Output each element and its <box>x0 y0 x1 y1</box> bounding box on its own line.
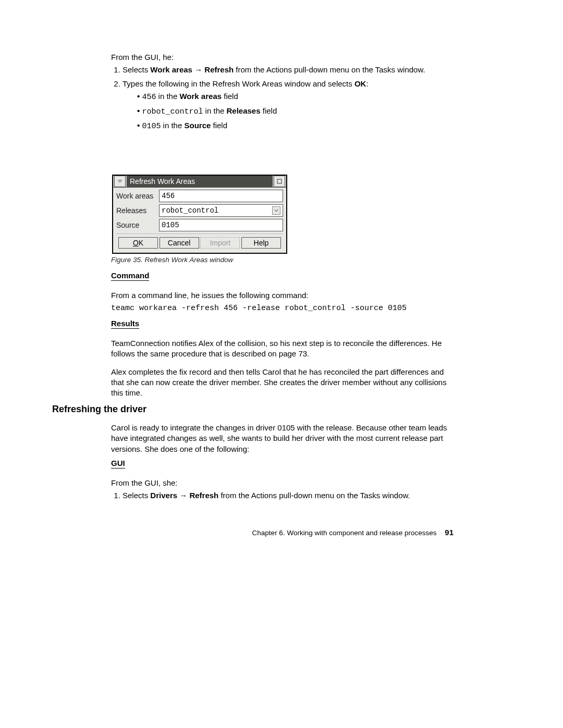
text: Selects <box>123 65 150 74</box>
bold-text: Refresh <box>204 65 234 74</box>
results-paragraph-1: TeamConnection notifies Alex of the coll… <box>111 338 450 360</box>
bold-text: Releases <box>226 106 260 115</box>
gui-section-2: GUI From the GUI, she: Selects Drivers →… <box>111 459 450 505</box>
refresh-paragraph: Carol is ready to integrate the changes … <box>111 423 450 454</box>
text: from the Actions pull-down menu on the T… <box>218 491 410 500</box>
page-footer: Chapter 6. Working with component and re… <box>0 528 454 537</box>
system-menu-button[interactable] <box>114 176 126 187</box>
dialog-titlebar: Refresh Work Areas <box>113 176 286 188</box>
bold-text: Work areas <box>150 65 192 74</box>
text: from the Actions pull-down menu on the T… <box>234 65 425 74</box>
cancel-button[interactable]: Cancel <box>160 237 199 249</box>
figure-caption: Figure 35. Refresh Work Areas window <box>111 256 233 264</box>
svg-rect-1 <box>277 179 282 183</box>
code-text: robot_control <box>142 107 203 116</box>
page-number: 91 <box>445 528 454 537</box>
gui-heading: GUI <box>111 459 125 468</box>
maximize-button[interactable] <box>274 176 285 187</box>
command-heading: Command <box>111 271 149 281</box>
input-value: robot_control <box>162 206 218 215</box>
work-areas-label: Work areas <box>116 192 159 200</box>
releases-input[interactable]: robot_control <box>159 204 283 217</box>
source-input[interactable]: 0105 <box>159 219 283 231</box>
text: in the <box>203 106 226 115</box>
intro-line: From the GUI, he: <box>111 52 450 63</box>
help-button[interactable]: Help <box>241 237 281 249</box>
results-paragraph-2: Alex completes the fix record and then t… <box>111 367 450 399</box>
arrow-icon: → <box>192 65 204 74</box>
ok-button[interactable]: OK <box>118 237 158 249</box>
results-section: Results TeamConnection notifies Alex of … <box>111 319 450 400</box>
code-text: 456 <box>142 93 156 102</box>
dialog-title: Refresh Work Areas <box>127 176 273 187</box>
top-content: From the GUI, he: Selects Work areas → R… <box>111 52 450 137</box>
text: in the <box>156 92 179 101</box>
refresh-work-areas-dialog: Refresh Work Areas Work areas 456 Releas… <box>112 175 287 254</box>
numbered-steps-2: Selects Drivers → Refresh from the Actio… <box>111 490 450 501</box>
input-value: 0105 <box>162 221 179 229</box>
source-label: Source <box>116 221 159 229</box>
input-value: 456 <box>162 192 175 200</box>
numbered-steps-1: Selects Work areas → Refresh from the Ac… <box>111 65 450 132</box>
bold-text: OK <box>354 79 366 88</box>
results-heading: Results <box>111 319 139 329</box>
refresh-intro-block: Carol is ready to integrate the changes … <box>111 423 450 456</box>
import-button: Import <box>200 237 240 249</box>
arrow-icon: → <box>177 491 189 500</box>
gui2-step-1: Selects Drivers → Refresh from the Actio… <box>123 490 450 501</box>
text: Types the following in the Refresh Work … <box>123 79 354 88</box>
bullet-item: 456 in the Work areas field <box>137 91 450 103</box>
text: : <box>366 79 368 88</box>
text: field <box>261 106 277 115</box>
bold-text: Refresh <box>189 491 218 500</box>
text: Selects <box>123 491 150 500</box>
code-text: 0105 <box>142 122 161 131</box>
command-intro: From a command line, he issues the follo… <box>111 290 450 301</box>
bold-text: Drivers <box>150 491 177 500</box>
section-heading-refreshing-driver: Refreshing the driver <box>52 404 146 415</box>
step-1: Selects Work areas → Refresh from the Ac… <box>123 65 450 75</box>
dropdown-button[interactable] <box>272 206 280 215</box>
releases-label: Releases <box>116 206 159 215</box>
text: field <box>211 121 227 130</box>
step-2: Types the following in the Refresh Work … <box>123 79 450 132</box>
bold-text: Work areas <box>179 92 222 101</box>
underline-char: O <box>133 239 139 247</box>
work-areas-input[interactable]: 456 <box>159 190 283 202</box>
bold-text: Source <box>184 121 211 130</box>
bullet-list: 456 in the Work areas field robot_contro… <box>123 91 450 132</box>
document-page: From the GUI, he: Selects Work areas → R… <box>0 0 563 728</box>
text: in the <box>161 121 184 130</box>
gui2-intro: From the GUI, she: <box>111 478 450 488</box>
command-section: Command From a command line, he issues t… <box>111 271 450 313</box>
text: field <box>222 92 238 101</box>
command-code: teamc workarea -refresh 456 -release rob… <box>111 304 450 313</box>
bullet-item: 0105 in the Source field <box>137 120 450 132</box>
footer-chapter-text: Chapter 6. Working with component and re… <box>252 529 437 537</box>
text: K <box>139 239 143 247</box>
bullet-item: robot_control in the Releases field <box>137 106 450 117</box>
